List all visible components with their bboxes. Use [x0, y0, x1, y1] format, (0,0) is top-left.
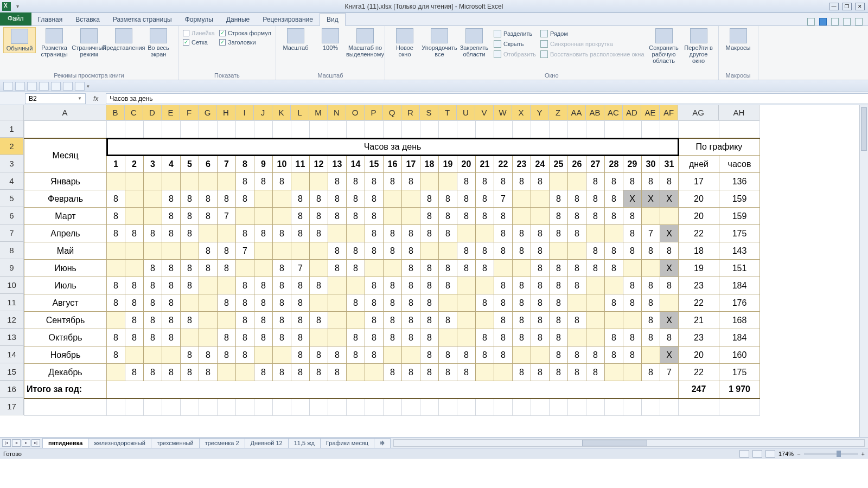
cell[interactable]: 22 — [679, 225, 719, 242]
cell[interactable]: 17 — [679, 173, 719, 190]
cell[interactable] — [365, 121, 384, 138]
cell[interactable] — [310, 329, 328, 346]
cell[interactable] — [642, 260, 660, 277]
cell[interactable] — [476, 399, 494, 416]
chevron-down-icon[interactable]: ▼ — [78, 96, 82, 101]
cell[interactable]: 1 — [107, 156, 125, 173]
cell[interactable]: Итого за год: — [24, 381, 107, 399]
cell[interactable]: 184 — [719, 329, 760, 346]
close-button[interactable]: ✕ — [855, 3, 865, 10]
cell[interactable]: 8 — [531, 312, 550, 329]
cell[interactable]: 8 — [439, 346, 457, 364]
cell[interactable]: Январь — [24, 173, 107, 190]
cell[interactable] — [642, 121, 660, 138]
cell[interactable] — [273, 242, 291, 260]
cell[interactable]: 8 — [181, 208, 199, 225]
cell[interactable] — [384, 260, 402, 277]
cell[interactable] — [476, 312, 494, 329]
tab-review[interactable]: Рецензирование — [256, 14, 320, 25]
cell[interactable] — [384, 190, 402, 208]
cell[interactable]: 8 — [660, 242, 679, 260]
cell[interactable] — [181, 329, 199, 346]
cell[interactable] — [328, 225, 347, 242]
cell[interactable] — [181, 294, 199, 312]
cell[interactable]: 160 — [719, 346, 760, 364]
cell[interactable] — [144, 208, 162, 225]
cell[interactable]: 8 — [218, 329, 236, 346]
row-header[interactable]: 14 — [0, 346, 24, 363]
cell[interactable]: 8 — [384, 312, 402, 329]
column-header[interactable]: C — [125, 105, 143, 120]
cell[interactable] — [550, 173, 568, 190]
cell[interactable]: 8 — [236, 277, 254, 294]
cell[interactable]: 8 — [199, 208, 218, 225]
cell[interactable] — [107, 121, 125, 138]
ruler-checkbox[interactable]: Линейка — [182, 29, 216, 37]
cell[interactable]: 8 — [420, 294, 439, 312]
cell[interactable]: 17 — [402, 156, 420, 173]
cell[interactable]: 8 — [291, 294, 310, 312]
fullscreen-button[interactable]: Во весь экран — [142, 27, 175, 59]
column-header[interactable]: AF — [660, 105, 678, 120]
freeze-panes-button[interactable]: Закрепить области — [458, 27, 490, 59]
cell[interactable]: 8 — [642, 329, 660, 346]
cell[interactable] — [586, 399, 605, 416]
cell[interactable] — [199, 312, 218, 329]
cell[interactable]: 8 — [586, 364, 605, 381]
new-window-button[interactable]: Новое окно — [388, 27, 421, 59]
cell[interactable] — [605, 225, 623, 242]
cell[interactable] — [347, 225, 365, 242]
column-header[interactable]: A — [24, 105, 106, 120]
cell[interactable]: 8 — [291, 208, 310, 225]
cell[interactable] — [457, 399, 476, 416]
qat-icon[interactable] — [39, 82, 49, 91]
cell[interactable] — [679, 121, 719, 138]
cell[interactable]: 8 — [347, 208, 365, 225]
cell[interactable] — [328, 294, 347, 312]
cell[interactable]: 8 — [310, 277, 328, 294]
row-header[interactable]: 17 — [0, 398, 24, 415]
sheet-tab[interactable]: 11,5 жд — [288, 438, 321, 448]
cell[interactable]: 8 — [550, 364, 568, 381]
column-header[interactable]: L — [291, 105, 309, 120]
cell[interactable]: 8 — [586, 173, 605, 190]
cell[interactable] — [162, 121, 181, 138]
cell[interactable]: 8 — [162, 190, 181, 208]
cell[interactable] — [365, 364, 384, 381]
cell[interactable]: 8 — [568, 312, 586, 329]
cell[interactable]: 8 — [181, 260, 199, 277]
cell[interactable]: 8 — [199, 242, 218, 260]
cell[interactable]: 8 — [347, 346, 365, 364]
cell[interactable]: 8 — [291, 190, 310, 208]
row-header[interactable]: 6 — [0, 207, 24, 224]
cell[interactable] — [402, 208, 420, 225]
cell[interactable]: 8 — [494, 294, 513, 312]
cell[interactable]: 8 — [125, 312, 144, 329]
cell[interactable] — [568, 294, 586, 312]
column-header[interactable]: AD — [623, 105, 641, 120]
switch-window-button[interactable]: Перейти в другое окно — [682, 27, 715, 65]
cell[interactable]: 8 — [420, 346, 439, 364]
file-tab[interactable]: Файл — [0, 12, 31, 25]
column-header[interactable]: N — [328, 105, 346, 120]
cell[interactable]: 247 — [679, 381, 719, 399]
cell[interactable]: 8 — [568, 277, 586, 294]
cell[interactable]: 20 — [457, 156, 476, 173]
column-header[interactable]: H — [217, 105, 235, 120]
column-header[interactable]: Z — [549, 105, 567, 120]
cell[interactable]: 8 — [254, 277, 273, 294]
cell[interactable]: 22 — [494, 156, 513, 173]
column-header[interactable]: AB — [586, 105, 604, 120]
cell[interactable]: 8 — [384, 329, 402, 346]
cell[interactable]: 8 — [181, 346, 199, 364]
row-header[interactable]: 11 — [0, 294, 24, 311]
cell[interactable]: 11 — [291, 156, 310, 173]
cell[interactable] — [586, 312, 605, 329]
cell[interactable]: 8 — [273, 312, 291, 329]
cell[interactable]: 8 — [365, 242, 384, 260]
cell[interactable] — [144, 190, 162, 208]
cell[interactable] — [420, 173, 439, 190]
cell[interactable]: 8 — [144, 329, 162, 346]
cell[interactable]: 8 — [254, 173, 273, 190]
cell[interactable] — [199, 173, 218, 190]
